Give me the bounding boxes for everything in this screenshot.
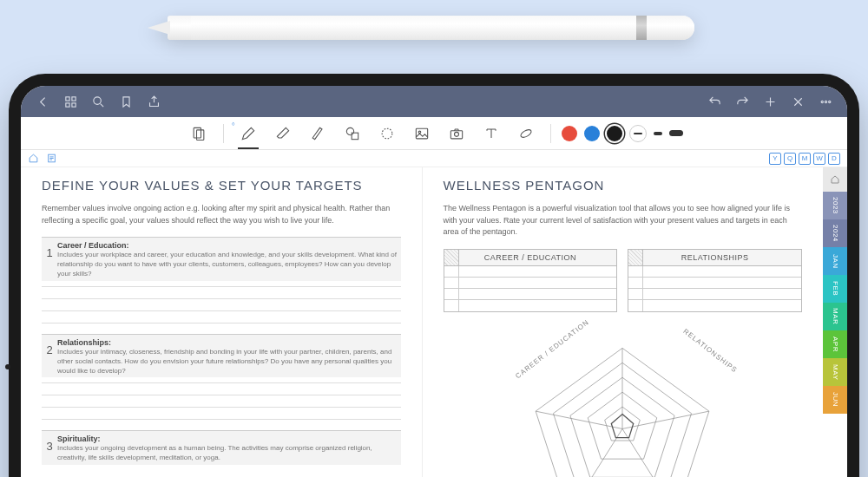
pentagon-chart[interactable]: CAREER / EDUCATION RELATIONSHIPS	[496, 326, 748, 478]
index-icon[interactable]	[46, 153, 57, 164]
left-page: DEFINE YOUR VALUES & SET YOUR TARGETS Re…	[21, 167, 422, 477]
tab-2023[interactable]: 2023	[823, 192, 847, 219]
svg-point-14	[418, 131, 421, 134]
sub-nav: Y Q M W D	[21, 150, 847, 167]
svg-point-7	[828, 101, 830, 102]
left-intro: Remember values involve ongoing action e…	[42, 203, 401, 226]
svg-rect-1	[71, 96, 75, 100]
svg-rect-13	[416, 128, 427, 139]
image-tool[interactable]	[408, 120, 436, 147]
section-2: 2 Relationships: Includes your intimacy,…	[42, 334, 401, 378]
svg-point-10	[346, 127, 353, 134]
svg-point-6	[825, 101, 826, 102]
tab-may[interactable]: MAY	[823, 358, 847, 386]
redo-button[interactable]	[729, 88, 755, 114]
svg-rect-3	[71, 102, 75, 106]
svg-point-17	[520, 127, 533, 138]
tab-home[interactable]	[823, 167, 847, 192]
bookmark-button[interactable]	[113, 88, 139, 114]
camera-tool[interactable]	[443, 120, 470, 147]
stroke-thick[interactable]	[669, 130, 683, 136]
table-relationships[interactable]: RELATIONSHIPS	[628, 249, 802, 312]
section-1: 1 Career / Education: Includes your work…	[42, 237, 401, 281]
close-button[interactable]	[785, 88, 811, 114]
tool-toolbar: ⬨	[21, 117, 847, 150]
svg-line-28	[536, 411, 622, 428]
shapes-tool[interactable]	[339, 120, 366, 147]
bluetooth-icon: ⬨	[231, 119, 235, 127]
share-button[interactable]	[141, 88, 167, 114]
screen: ⬨ Y Q M W	[21, 86, 847, 477]
pen-tool[interactable]: ⬨	[234, 120, 262, 147]
more-button[interactable]	[812, 88, 838, 114]
svg-rect-8	[194, 127, 201, 138]
right-intro: The Wellness Pentagon is a powerful visu…	[444, 203, 803, 238]
page-content: DEFINE YOUR VALUES & SET YOUR TARGETS Re…	[21, 167, 823, 477]
section-3: 3 Spirituality: Includes your ongoing de…	[42, 430, 401, 464]
period-year[interactable]: Y	[769, 153, 781, 165]
apple-pencil	[148, 16, 694, 40]
period-quarter[interactable]: Q	[784, 153, 796, 165]
tab-jun[interactable]: JUN	[823, 386, 847, 414]
readonly-tool[interactable]	[185, 120, 213, 147]
add-button[interactable]	[757, 88, 783, 114]
side-tabs: 2023 2024 JAN FEB MAR APR MAY JUN	[823, 167, 847, 414]
table-career[interactable]: CAREER / EDUCATION	[444, 249, 618, 312]
right-title: WELLNESS PENTAGON	[444, 178, 803, 193]
svg-point-12	[382, 128, 392, 139]
left-title: DEFINE YOUR VALUES & SET YOUR TARGETS	[42, 178, 401, 193]
highlighter-tool[interactable]	[304, 120, 332, 147]
tab-feb[interactable]: FEB	[823, 275, 847, 303]
stroke-med[interactable]	[654, 132, 662, 135]
right-page: WELLNESS PENTAGON The Wellness Pentagon …	[422, 167, 824, 477]
tab-apr[interactable]: APR	[823, 330, 847, 358]
undo-button[interactable]	[701, 88, 727, 114]
tab-mar[interactable]: MAR	[823, 303, 847, 330]
home-icon[interactable]	[28, 153, 39, 164]
color-black[interactable]	[607, 126, 622, 141]
svg-point-4	[93, 96, 101, 104]
text-tool[interactable]	[477, 120, 505, 147]
period-month[interactable]: M	[799, 153, 811, 165]
back-button[interactable]	[30, 88, 56, 114]
tablet-frame: ⬨ Y Q M W	[9, 74, 859, 477]
ruler-tool[interactable]	[512, 120, 540, 147]
svg-rect-2	[65, 102, 69, 106]
tab-jan[interactable]: JAN	[823, 247, 847, 275]
svg-point-16	[455, 132, 459, 136]
writing-lines[interactable]	[42, 382, 401, 420]
period-day[interactable]: D	[828, 153, 840, 165]
search-button[interactable]	[85, 88, 111, 114]
eraser-tool[interactable]	[269, 120, 297, 147]
tab-2024[interactable]: 2024	[823, 219, 847, 247]
period-week[interactable]: W	[813, 153, 825, 165]
thumbnails-button[interactable]	[57, 88, 83, 114]
svg-rect-0	[65, 96, 69, 100]
color-blue[interactable]	[584, 126, 600, 141]
app-topbar	[21, 86, 847, 117]
color-red[interactable]	[562, 126, 577, 141]
svg-point-5	[821, 101, 823, 102]
svg-rect-9	[197, 129, 204, 140]
lasso-tool[interactable]	[373, 120, 401, 147]
writing-lines[interactable]	[42, 286, 401, 323]
svg-line-25	[622, 411, 709, 428]
stroke-thin[interactable]	[629, 125, 647, 142]
